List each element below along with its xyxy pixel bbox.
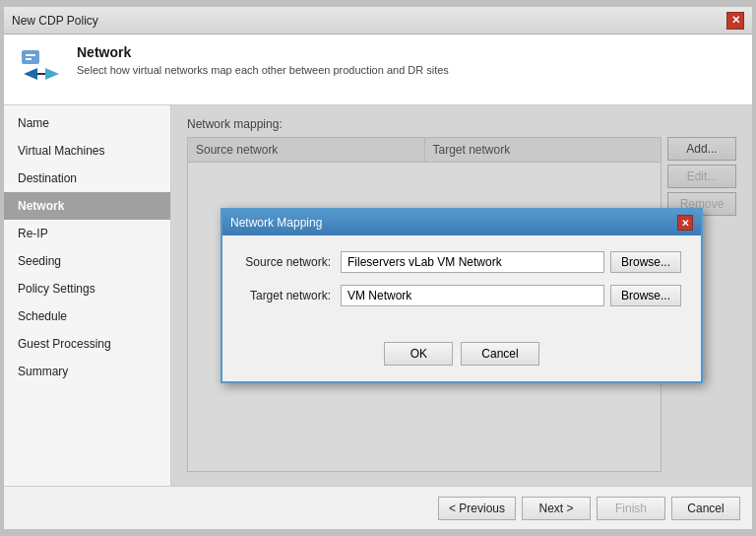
previous-button[interactable]: < Previous	[438, 497, 516, 520]
title-bar: New CDP Policy ✕	[4, 7, 752, 34]
source-network-input[interactable]	[341, 251, 604, 273]
finish-button[interactable]: Finish	[597, 497, 665, 520]
target-network-input[interactable]	[341, 285, 604, 306]
modal-ok-button[interactable]: OK	[384, 342, 453, 366]
header-section: Network Select how virtual networks map …	[4, 34, 752, 105]
sidebar-item-policy-settings[interactable]: Policy Settings	[4, 275, 170, 302]
sidebar-item-summary[interactable]: Summary	[4, 358, 170, 385]
source-network-row: Source network: Browse...	[242, 251, 681, 273]
svg-rect-0	[22, 50, 39, 64]
sidebar-item-guest-processing[interactable]: Guest Processing	[4, 330, 170, 358]
modal-cancel-button[interactable]: Cancel	[461, 342, 538, 366]
modal-title-bar: Network Mapping ✕	[222, 210, 701, 235]
sidebar-item-network[interactable]: Network	[4, 192, 170, 220]
sidebar-item-seeding[interactable]: Seeding	[4, 247, 170, 275]
header-title: Network	[77, 44, 449, 60]
main-content: Network mapping: Source network Target n…	[171, 105, 752, 486]
main-window: New CDP Policy ✕ Network Select how virt…	[4, 7, 752, 529]
window-title: New CDP Policy	[12, 14, 98, 28]
modal-close-button[interactable]: ✕	[677, 215, 693, 231]
modal-title: Network Mapping	[230, 216, 322, 230]
window-close-button[interactable]: ✕	[726, 12, 744, 30]
cancel-button[interactable]: Cancel	[671, 497, 740, 520]
next-button[interactable]: Next >	[522, 497, 591, 520]
body-wrapper: Name Virtual Machines Destination Networ…	[4, 105, 752, 486]
network-icon	[18, 44, 65, 92]
svg-rect-2	[26, 58, 32, 60]
sidebar: Name Virtual Machines Destination Networ…	[4, 105, 171, 486]
sidebar-item-destination[interactable]: Destination	[4, 165, 170, 192]
footer: < Previous Next > Finish Cancel	[4, 486, 752, 529]
sidebar-item-re-ip[interactable]: Re-IP	[4, 220, 170, 247]
modal-footer: OK Cancel	[222, 334, 701, 381]
target-browse-button[interactable]: Browse...	[610, 285, 681, 306]
modal-body: Source network: Browse... Target network…	[222, 235, 701, 334]
sidebar-item-virtual-machines[interactable]: Virtual Machines	[4, 137, 170, 165]
svg-marker-4	[45, 68, 59, 80]
sidebar-item-schedule[interactable]: Schedule	[4, 302, 170, 330]
sidebar-item-name[interactable]: Name	[4, 109, 170, 137]
network-mapping-modal: Network Mapping ✕ Source network: Browse…	[220, 208, 703, 383]
source-browse-button[interactable]: Browse...	[610, 251, 681, 273]
svg-rect-1	[26, 54, 35, 56]
svg-marker-3	[24, 68, 37, 80]
source-network-label: Source network:	[242, 255, 341, 269]
header-description: Select how virtual networks map each oth…	[77, 64, 449, 76]
target-network-row: Target network: Browse...	[242, 285, 681, 306]
target-network-label: Target network:	[242, 289, 341, 302]
header-text: Network Select how virtual networks map …	[77, 44, 449, 76]
